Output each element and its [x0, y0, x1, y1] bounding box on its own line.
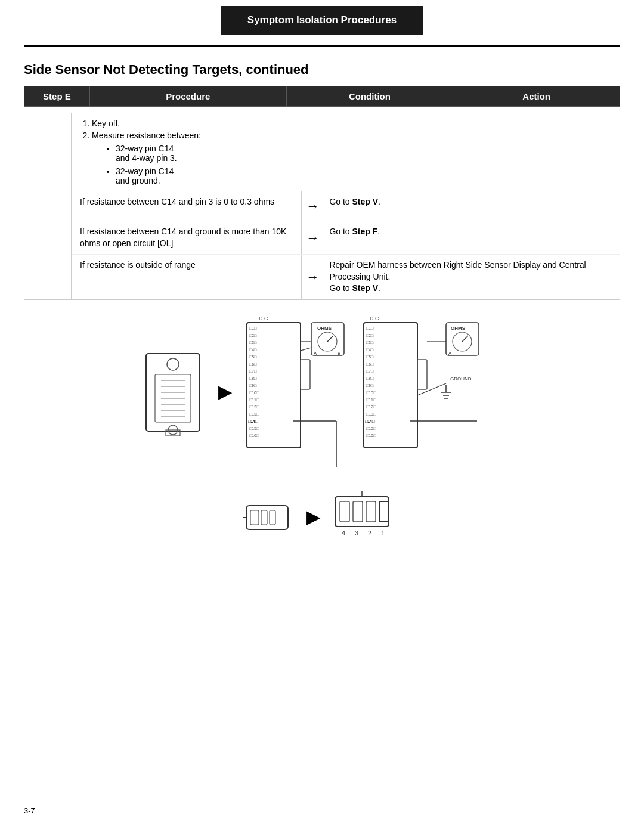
condition-action-rows: If resistance between C14 and pin 3 is 0… [72, 191, 620, 299]
bullet-2: 32-way pin C14and ground. [116, 166, 612, 185]
action-1: Go to Step V. [323, 191, 620, 221]
svg-text:D  C: D C [259, 315, 268, 321]
svg-text:□7□: □7□ [366, 369, 374, 373]
svg-text:1: 1 [381, 529, 385, 537]
svg-text:A: A [448, 351, 452, 356]
content-area: Key off. Measure resistance between: 32-… [72, 113, 620, 299]
svg-text:□5□: □5□ [249, 355, 257, 359]
ca-row-3: If resistance is outside of range → Repa… [72, 254, 620, 299]
connector-block-center: D C □1□ □2□ □3□ □4□ □5□ □6□ □7□ □8□ □9□ … [241, 312, 348, 473]
svg-text:□12□: □12□ [249, 405, 259, 409]
condition-3: If resistance is outside of range [72, 255, 302, 299]
diagram-row-top: ▶ D C □1□ □2□ □3□ □4□ □5□ □6□ □7□ □8□ □9… [143, 312, 501, 473]
svg-text:□3□: □3□ [249, 340, 257, 345]
procedure-step-1: Key off. [92, 119, 612, 128]
svg-text:□11□: □11□ [366, 398, 376, 402]
svg-text:□16□: □16□ [366, 433, 376, 438]
section-title: Side Sensor Not Detecting Targets, conti… [24, 62, 620, 78]
connector-4pin: 4 3 2 1 [329, 491, 401, 544]
action-3-bold: Step V [352, 283, 379, 293]
svg-point-1 [167, 358, 179, 370]
condition-1: If resistance between C14 and pin 3 is 0… [72, 191, 302, 221]
svg-text:□4□: □4□ [249, 348, 257, 352]
condition-col-header: Condition [286, 86, 453, 107]
svg-text:2: 2 [368, 529, 371, 537]
svg-text:3: 3 [355, 529, 358, 537]
svg-text:□7□: □7□ [249, 369, 257, 373]
svg-text:A: A [314, 351, 317, 356]
svg-text:OHMS: OHMS [317, 326, 332, 331]
action-col-header: Action [453, 86, 620, 107]
svg-text:□15□: □15□ [249, 426, 259, 431]
sensor-unit-left [143, 342, 209, 443]
action-3: Repair OEM harness between Right Side Se… [323, 255, 620, 299]
connector-plug [243, 500, 297, 535]
svg-text:□8□: □8□ [366, 376, 374, 380]
svg-text:□10□: □10□ [366, 391, 376, 395]
svg-text:□9□: □9□ [366, 383, 374, 388]
svg-text:□4□: □4□ [366, 348, 374, 352]
svg-text:□10□: □10□ [249, 391, 259, 395]
svg-rect-81 [366, 501, 376, 522]
svg-line-63 [462, 336, 468, 342]
action-1-bold: Step V [352, 197, 379, 206]
svg-text:□2□: □2□ [249, 333, 257, 337]
svg-text:□16□: □16□ [249, 433, 259, 438]
procedure-col-header: Procedure [89, 86, 286, 107]
svg-text:OHMS: OHMS [451, 326, 466, 331]
procedure-table: Step E Procedure Condition Action [24, 86, 620, 107]
svg-text:□2□: □2□ [366, 333, 374, 337]
svg-rect-74 [250, 510, 259, 525]
svg-text:□15□: □15□ [366, 426, 376, 431]
connector-block-right: D C □1□ □2□ □3□ □4□ □5□ □6□ □7□ □8□ □9□ … [358, 312, 501, 473]
arrow-diag-1: ▶ [218, 382, 231, 402]
header-bar: Symptom Isolation Procedures [221, 6, 423, 35]
svg-text:□6□: □6□ [366, 362, 374, 366]
page-content: Side Sensor Not Detecting Targets, conti… [0, 47, 644, 568]
svg-text:□3□: □3□ [366, 340, 374, 345]
svg-text:□11□: □11□ [249, 398, 259, 402]
ca-row-2: If resistance between C14 and ground is … [72, 221, 620, 254]
arrow-2: → [302, 221, 323, 254]
table-body-row: Key off. Measure resistance between: 32-… [24, 113, 620, 300]
svg-text:□9□: □9□ [249, 383, 257, 388]
svg-rect-75 [261, 510, 267, 525]
ca-row-1: If resistance between C14 and pin 3 is 0… [72, 191, 620, 221]
svg-text:B: B [338, 351, 340, 356]
svg-text:□1□: □1□ [366, 326, 374, 330]
svg-rect-82 [379, 501, 389, 522]
svg-text:□14□: □14□ [248, 419, 258, 423]
diagram-row-bottom: ▶ 4 3 2 1 [243, 491, 401, 544]
svg-line-36 [327, 336, 333, 342]
step-cell [24, 113, 72, 299]
page-number: 3-7 [24, 806, 35, 815]
procedure-list: Key off. Measure resistance between: [80, 119, 612, 140]
svg-text:□13□: □13□ [366, 412, 376, 416]
diagram-area: ▶ D C □1□ □2□ □3□ □4□ □5□ □6□ □7□ □8□ □9… [24, 312, 620, 544]
arrow-1: → [302, 191, 323, 221]
svg-text:4: 4 [342, 529, 345, 537]
procedure-section: Key off. Measure resistance between: 32-… [72, 113, 620, 191]
svg-rect-80 [353, 501, 363, 522]
svg-rect-59 [417, 360, 427, 389]
arrow-3: → [302, 255, 323, 299]
step-col-header: Step E [24, 86, 90, 107]
header-title: Symptom Isolation Procedures [247, 14, 397, 26]
svg-text:GROUND: GROUND [450, 376, 472, 382]
svg-rect-30 [301, 360, 310, 389]
svg-text:□8□: □8□ [249, 376, 257, 380]
svg-text:□5□: □5□ [366, 355, 374, 359]
svg-rect-76 [270, 510, 275, 525]
svg-text:D  C: D C [370, 315, 379, 321]
arrow-diag-2: ▶ [306, 507, 320, 527]
svg-line-38 [301, 348, 311, 351]
action-2-bold: Step F [352, 227, 378, 236]
bullet-1: 32-way pin C14and 4-way pin 3. [116, 144, 612, 163]
condition-2: If resistance between C14 and ground is … [72, 221, 302, 254]
svg-text:□13□: □13□ [249, 412, 259, 416]
svg-text:□1□: □1□ [249, 326, 257, 330]
svg-rect-79 [340, 501, 349, 522]
svg-text:□14□: □14□ [365, 419, 375, 423]
svg-text:□12□: □12□ [366, 405, 376, 409]
action-2: Go to Step F. [323, 221, 620, 254]
